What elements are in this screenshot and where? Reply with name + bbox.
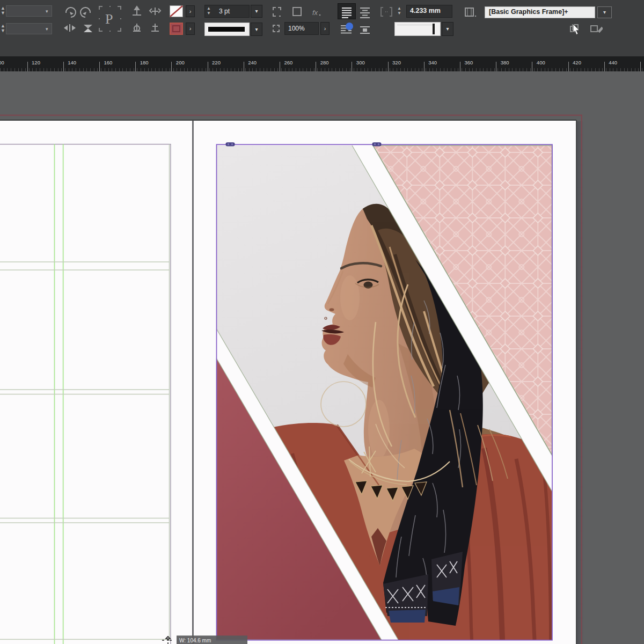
svg-text:fx: fx: [312, 9, 318, 17]
svg-text:P: P: [105, 11, 113, 27]
svg-text:W: 104.6 mm: W: 104.6 mm: [179, 638, 211, 643]
